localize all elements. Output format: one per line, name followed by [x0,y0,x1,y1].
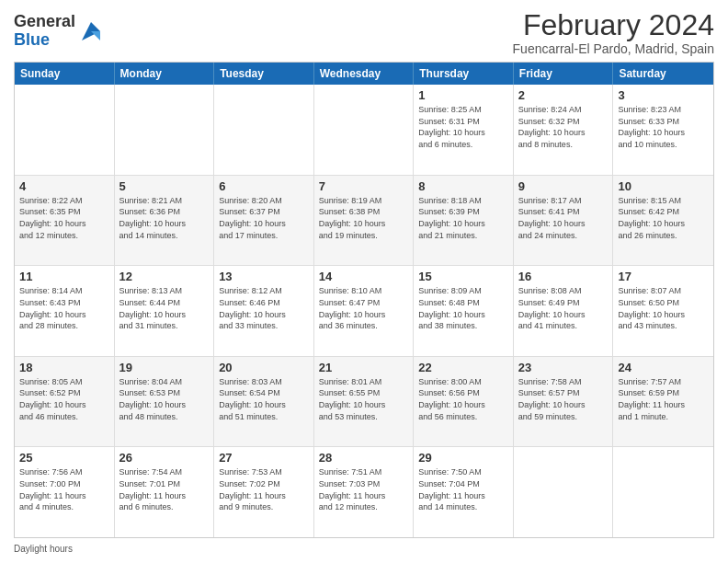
day-number: 25 [19,451,109,465]
day-number: 13 [219,270,309,283]
day-info: Sunrise: 8:22 AM Sunset: 6:35 PM Dayligh… [19,195,109,241]
logo-general: General [14,13,75,31]
calendar-cell: 6Sunrise: 8:20 AM Sunset: 6:37 PM Daylig… [214,176,314,266]
calendar-header-cell: Friday [514,63,614,85]
day-info: Sunrise: 8:13 AM Sunset: 6:44 PM Dayligh… [119,285,210,331]
calendar-cell: 19Sunrise: 8:04 AM Sunset: 6:53 PM Dayli… [115,357,215,447]
calendar-row: 11Sunrise: 8:14 AM Sunset: 6:43 PM Dayli… [15,265,713,356]
calendar-row: 1Sunrise: 8:25 AM Sunset: 6:31 PM Daylig… [15,85,713,175]
header: General Blue February 2024 Fuencarral-El… [14,9,714,56]
day-number: 16 [518,270,609,283]
calendar-cell: 7Sunrise: 8:19 AM Sunset: 6:38 PM Daylig… [314,176,415,266]
day-info: Sunrise: 8:25 AM Sunset: 6:31 PM Dayligh… [418,104,508,150]
day-info: Sunrise: 7:57 AM Sunset: 6:59 PM Dayligh… [618,376,709,422]
footer: Daylight hours [14,544,714,554]
day-number: 10 [618,179,709,193]
calendar-cell: 2Sunrise: 8:24 AM Sunset: 6:32 PM Daylig… [514,85,614,175]
day-info: Sunrise: 7:53 AM Sunset: 7:02 PM Dayligh… [219,466,309,512]
calendar-cell: 28Sunrise: 7:51 AM Sunset: 7:03 PM Dayli… [314,447,415,537]
calendar-cell [15,85,115,175]
logo: General Blue [14,13,104,50]
svg-marker-1 [91,31,100,40]
calendar-cell: 3Sunrise: 8:23 AM Sunset: 6:33 PM Daylig… [613,85,713,175]
calendar-cell: 13Sunrise: 8:12 AM Sunset: 6:46 PM Dayli… [214,266,314,356]
day-info: Sunrise: 7:50 AM Sunset: 7:04 PM Dayligh… [418,466,508,512]
calendar-cell: 15Sunrise: 8:09 AM Sunset: 6:48 PM Dayli… [414,266,514,356]
calendar-cell [613,447,713,537]
day-info: Sunrise: 8:18 AM Sunset: 6:39 PM Dayligh… [418,195,508,241]
day-number: 21 [319,361,409,374]
calendar-header-cell: Wednesday [314,63,415,85]
day-number: 1 [418,88,508,102]
day-info: Sunrise: 8:04 AM Sunset: 6:53 PM Dayligh… [119,376,210,422]
calendar-cell: 18Sunrise: 8:05 AM Sunset: 6:52 PM Dayli… [15,357,115,447]
day-info: Sunrise: 7:51 AM Sunset: 7:03 PM Dayligh… [319,466,409,512]
day-number: 11 [19,270,109,283]
calendar-cell: 12Sunrise: 8:13 AM Sunset: 6:44 PM Dayli… [115,266,215,356]
day-number: 19 [119,361,210,374]
calendar-cell: 20Sunrise: 8:03 AM Sunset: 6:54 PM Dayli… [214,357,314,447]
calendar-cell: 21Sunrise: 8:01 AM Sunset: 6:55 PM Dayli… [314,357,415,447]
logo-blue: Blue [14,31,75,50]
calendar-row: 18Sunrise: 8:05 AM Sunset: 6:52 PM Dayli… [15,356,713,447]
calendar-cell: 8Sunrise: 8:18 AM Sunset: 6:39 PM Daylig… [414,176,514,266]
day-number: 15 [418,270,508,283]
calendar-cell: 22Sunrise: 8:00 AM Sunset: 6:56 PM Dayli… [414,357,514,447]
day-info: Sunrise: 8:08 AM Sunset: 6:49 PM Dayligh… [518,285,609,331]
calendar-cell: 29Sunrise: 7:50 AM Sunset: 7:04 PM Dayli… [414,447,514,537]
day-number: 27 [219,451,309,465]
day-number: 24 [618,361,709,374]
day-number: 5 [119,179,210,193]
calendar-cell: 9Sunrise: 8:17 AM Sunset: 6:41 PM Daylig… [514,176,614,266]
day-number: 20 [219,361,309,374]
day-number: 12 [119,270,210,283]
calendar-cell: 25Sunrise: 7:56 AM Sunset: 7:00 PM Dayli… [15,447,115,537]
day-number: 3 [618,88,709,102]
day-number: 29 [418,451,508,465]
calendar-cell: 24Sunrise: 7:57 AM Sunset: 6:59 PM Dayli… [613,357,713,447]
calendar-cell [314,85,415,175]
main-title: February 2024 [513,9,714,41]
calendar-cell: 10Sunrise: 8:15 AM Sunset: 6:42 PM Dayli… [613,176,713,266]
calendar-cell: 26Sunrise: 7:54 AM Sunset: 7:01 PM Dayli… [115,447,215,537]
day-number: 7 [319,179,409,193]
calendar-cell: 27Sunrise: 7:53 AM Sunset: 7:02 PM Dayli… [214,447,314,537]
day-info: Sunrise: 7:56 AM Sunset: 7:00 PM Dayligh… [19,466,109,512]
day-info: Sunrise: 8:09 AM Sunset: 6:48 PM Dayligh… [418,285,508,331]
logo-icon [78,18,104,44]
calendar-header: SundayMondayTuesdayWednesdayThursdayFrid… [15,63,713,85]
day-info: Sunrise: 7:58 AM Sunset: 6:57 PM Dayligh… [518,376,609,422]
calendar-cell [214,85,314,175]
day-number: 2 [518,88,609,102]
calendar-cell: 17Sunrise: 8:07 AM Sunset: 6:50 PM Dayli… [613,266,713,356]
day-info: Sunrise: 8:15 AM Sunset: 6:42 PM Dayligh… [618,195,709,241]
calendar-header-cell: Thursday [414,63,514,85]
subtitle: Fuencarral-El Pardo, Madrid, Spain [513,41,714,56]
calendar-cell [514,447,614,537]
day-number: 4 [19,179,109,193]
calendar-header-cell: Monday [115,63,215,85]
calendar-row: 25Sunrise: 7:56 AM Sunset: 7:00 PM Dayli… [15,446,713,537]
day-info: Sunrise: 8:12 AM Sunset: 6:46 PM Dayligh… [219,285,309,331]
day-number: 9 [518,179,609,193]
footer-label: Daylight hours [14,544,73,554]
day-number: 18 [19,361,109,374]
calendar-cell: 14Sunrise: 8:10 AM Sunset: 6:47 PM Dayli… [314,266,415,356]
day-info: Sunrise: 8:19 AM Sunset: 6:38 PM Dayligh… [319,195,409,241]
day-number: 17 [618,270,709,283]
calendar-header-cell: Sunday [15,63,115,85]
calendar-cell: 5Sunrise: 8:21 AM Sunset: 6:36 PM Daylig… [115,176,215,266]
day-info: Sunrise: 8:01 AM Sunset: 6:55 PM Dayligh… [319,376,409,422]
page: General Blue February 2024 Fuencarral-El… [0,0,728,563]
day-info: Sunrise: 8:23 AM Sunset: 6:33 PM Dayligh… [618,104,709,150]
day-number: 14 [319,270,409,283]
day-number: 22 [418,361,508,374]
day-info: Sunrise: 8:24 AM Sunset: 6:32 PM Dayligh… [518,104,609,150]
day-info: Sunrise: 8:07 AM Sunset: 6:50 PM Dayligh… [618,285,709,331]
day-info: Sunrise: 8:10 AM Sunset: 6:47 PM Dayligh… [319,285,409,331]
day-info: Sunrise: 7:54 AM Sunset: 7:01 PM Dayligh… [119,466,210,512]
calendar-header-cell: Tuesday [214,63,314,85]
day-number: 6 [219,179,309,193]
calendar-body: 1Sunrise: 8:25 AM Sunset: 6:31 PM Daylig… [15,85,713,537]
calendar-cell: 16Sunrise: 8:08 AM Sunset: 6:49 PM Dayli… [514,266,614,356]
